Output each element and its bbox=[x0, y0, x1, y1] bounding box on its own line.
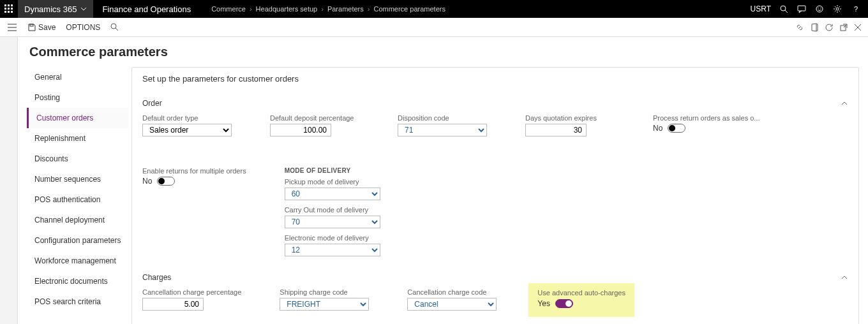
svg-line-21 bbox=[839, 11, 841, 12]
breadcrumb-item[interactable]: Parameters bbox=[327, 5, 364, 13]
brand-dropdown[interactable]: Dynamics 365 bbox=[18, 0, 93, 18]
label-electronic: Electronic mode of delivery bbox=[285, 234, 380, 242]
field-process-return: Process return orders as sales o... No bbox=[653, 114, 760, 136]
gear-icon[interactable] bbox=[832, 4, 842, 14]
sidenav-channel-deployment[interactable]: Channel deployment bbox=[27, 210, 129, 230]
breadcrumb-item[interactable]: Commerce parameters bbox=[373, 5, 445, 13]
select-shipping-code[interactable]: FREIGHT bbox=[280, 298, 369, 311]
collapse-icon[interactable] bbox=[841, 274, 848, 281]
label-cancel-pct: Cancellation charge percentage bbox=[142, 288, 241, 296]
field-enable-returns: Enable returns for multiple orders No bbox=[142, 167, 246, 256]
sidenav-posting[interactable]: Posting bbox=[27, 87, 129, 108]
group-order: Order Default order type Sales order Def… bbox=[142, 92, 848, 267]
sidenav-customer-orders[interactable]: Customer orders bbox=[27, 108, 129, 128]
smile-icon[interactable] bbox=[814, 4, 825, 14]
svg-rect-5 bbox=[11, 8, 13, 10]
sidenav-number-sequences[interactable]: Number sequences bbox=[27, 169, 129, 189]
side-nav: General Posting Customer orders Replenis… bbox=[27, 67, 129, 324]
field-days-quotation: Days quotation expires bbox=[525, 114, 615, 136]
svg-rect-28 bbox=[30, 24, 33, 26]
chevron-down-icon bbox=[80, 6, 87, 12]
field-default-order-type: Default order type Sales order bbox=[142, 114, 232, 136]
refresh-icon[interactable] bbox=[825, 23, 834, 32]
svg-point-12 bbox=[816, 6, 823, 12]
breadcrumb-item[interactable]: Commerce bbox=[211, 5, 246, 13]
sidenav-pos-auth[interactable]: POS authentication bbox=[27, 189, 129, 210]
find-icon[interactable] bbox=[110, 23, 119, 31]
svg-rect-8 bbox=[11, 11, 13, 13]
svg-line-10 bbox=[785, 10, 788, 13]
close-icon[interactable] bbox=[854, 24, 862, 31]
svg-point-9 bbox=[781, 6, 786, 11]
global-topbar: Dynamics 365 Finance and Operations Comm… bbox=[0, 0, 868, 18]
svg-rect-3 bbox=[4, 8, 6, 10]
label-default-order-type: Default order type bbox=[142, 114, 232, 122]
svg-rect-7 bbox=[8, 11, 10, 13]
label-process-return: Process return orders as sales o... bbox=[653, 114, 760, 122]
group-charges: Charges Cancellation charge percentage S… bbox=[142, 267, 848, 324]
nav-rail[interactable] bbox=[0, 37, 18, 324]
save-label: Save bbox=[38, 23, 56, 32]
svg-text:?: ? bbox=[854, 5, 858, 13]
chat-icon[interactable] bbox=[797, 4, 807, 14]
input-days-quotation[interactable] bbox=[525, 124, 587, 136]
field-mode-of-delivery: MODE OF DELIVERY Pickup mode of delivery… bbox=[285, 167, 380, 256]
nav-toggle-icon[interactable] bbox=[6, 24, 18, 31]
label-disposition-code: Disposition code bbox=[398, 114, 487, 122]
office-icon[interactable] bbox=[811, 23, 818, 32]
app-launcher-icon[interactable] bbox=[0, 0, 18, 18]
svg-rect-0 bbox=[4, 4, 6, 6]
svg-rect-6 bbox=[4, 11, 6, 13]
select-cancel-code[interactable]: Cancel bbox=[407, 298, 497, 311]
select-carryout[interactable]: 70 bbox=[285, 216, 380, 228]
svg-rect-2 bbox=[11, 4, 13, 6]
svg-line-22 bbox=[835, 11, 836, 12]
svg-rect-4 bbox=[8, 8, 10, 10]
sidenav-config-params[interactable]: Configuration parameters bbox=[27, 230, 129, 251]
label-enable-returns: Enable returns for multiple orders bbox=[142, 167, 246, 175]
select-pickup[interactable]: 60 bbox=[285, 188, 380, 200]
label-cancel-code: Cancellation charge code bbox=[407, 288, 497, 296]
field-shipping-code: Shipping charge code FREIGHT bbox=[280, 288, 369, 316]
svg-point-14 bbox=[820, 8, 821, 8]
input-cancel-pct[interactable] bbox=[142, 298, 204, 311]
sidenav-general[interactable]: General bbox=[27, 67, 129, 87]
field-default-deposit: Default deposit percentage bbox=[270, 114, 359, 136]
sidenav-pos-search[interactable]: POS search criteria bbox=[27, 291, 129, 312]
module-name: Finance and Operations bbox=[93, 0, 200, 18]
select-default-order-type[interactable]: Sales order bbox=[142, 124, 232, 136]
search-icon[interactable] bbox=[779, 4, 789, 14]
breadcrumb-item[interactable]: Headquarters setup bbox=[256, 5, 318, 13]
label-pickup: Pickup mode of delivery bbox=[285, 178, 380, 186]
user-label[interactable]: USRT bbox=[751, 4, 771, 13]
label-days-quotation: Days quotation expires bbox=[525, 114, 615, 122]
toggle-enable-returns[interactable] bbox=[157, 177, 175, 186]
sidenav-workforce[interactable]: Workforce management bbox=[27, 251, 129, 271]
svg-point-13 bbox=[818, 8, 818, 8]
mode-heading: MODE OF DELIVERY bbox=[285, 167, 380, 174]
field-cancel-pct: Cancellation charge percentage bbox=[142, 288, 241, 316]
svg-rect-11 bbox=[798, 6, 805, 11]
sidenav-replenishment[interactable]: Replenishment bbox=[27, 128, 129, 149]
popout-icon[interactable] bbox=[840, 24, 848, 31]
link-icon[interactable] bbox=[795, 23, 804, 32]
save-icon bbox=[28, 24, 36, 31]
collapse-icon[interactable] bbox=[841, 99, 848, 107]
page-title: Commerce parameters bbox=[29, 45, 859, 59]
help-icon[interactable]: ? bbox=[850, 4, 860, 14]
select-electronic[interactable]: 12 bbox=[285, 244, 380, 256]
group-order-title: Order bbox=[142, 99, 162, 108]
sidenav-discounts[interactable]: Discounts bbox=[27, 149, 129, 169]
label-auto-charges: Use advanced auto-charges bbox=[537, 289, 625, 297]
svg-line-23 bbox=[839, 6, 841, 8]
sidenav-edocs[interactable]: Electronic documents bbox=[27, 271, 129, 291]
input-default-deposit[interactable] bbox=[270, 124, 331, 136]
save-button[interactable]: Save bbox=[28, 23, 56, 32]
toggle-auto-charges[interactable] bbox=[555, 299, 573, 308]
field-cancel-code: Cancellation charge code Cancel bbox=[407, 288, 497, 316]
svg-line-30 bbox=[116, 28, 118, 31]
value-auto-charges: Yes bbox=[537, 299, 550, 308]
options-menu[interactable]: OPTIONS bbox=[66, 23, 100, 32]
toggle-process-return[interactable] bbox=[668, 124, 685, 133]
select-disposition-code[interactable]: 71 bbox=[398, 124, 487, 136]
